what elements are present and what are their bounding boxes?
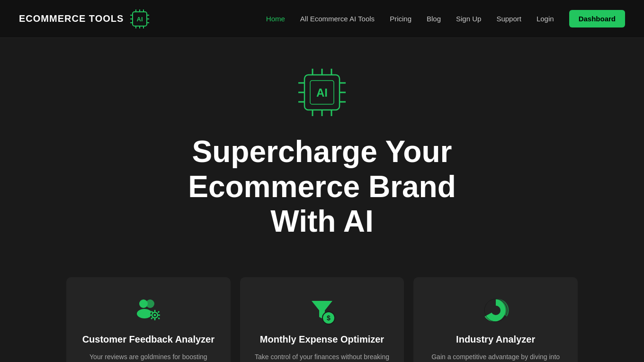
card-expense-optimizer: $ Monthly Expense Optimizer Take control… xyxy=(240,277,404,362)
logo-text: ECOMMERCE TOOLS xyxy=(19,13,124,24)
card-icon-pie-chart xyxy=(482,296,510,325)
nav-home-link[interactable]: Home xyxy=(266,15,285,23)
hero-chip-icon: AI xyxy=(296,66,348,118)
ai-chip-logo-icon: AI xyxy=(128,8,151,30)
nav-pricing-link[interactable]: Pricing xyxy=(390,15,411,23)
card-customer-feedback: Customer Feedback Analyzer Your reviews … xyxy=(66,277,231,362)
hero-title: Supercharge Your Ecommerce Brand With AI xyxy=(109,135,535,239)
card-title-3: Industry Analyzer xyxy=(456,334,535,345)
svg-rect-38 xyxy=(158,315,160,316)
nav-links: Home All Ecommerce AI Tools Pricing Blog… xyxy=(266,10,625,27)
card-desc-1: Your reviews are goldmines for boosting … xyxy=(80,352,216,362)
svg-text:AI: AI xyxy=(137,16,143,23)
svg-text:AI: AI xyxy=(316,86,328,99)
svg-text:$: $ xyxy=(327,314,331,322)
hero-ai-icon: AI xyxy=(296,66,348,120)
card-desc-2: Take control of your finances without br… xyxy=(254,352,390,362)
dashboard-button[interactable]: Dashboard xyxy=(569,10,625,27)
nav-all-tools-link[interactable]: All Ecommerce AI Tools xyxy=(300,15,375,23)
card-title-2: Monthly Expense Optimizer xyxy=(260,334,384,345)
svg-point-30 xyxy=(146,299,154,308)
svg-rect-35 xyxy=(154,310,156,312)
svg-point-47 xyxy=(491,306,501,315)
svg-rect-37 xyxy=(150,315,152,316)
nav-blog-link[interactable]: Blog xyxy=(427,15,441,23)
navbar: ECOMMERCE TOOLS AI Home All Eco xyxy=(0,0,644,38)
features-grid: Customer Feedback Analyzer Your reviews … xyxy=(0,258,644,362)
card-industry-analyzer: Industry Analyzer Gain a competitive adv… xyxy=(413,277,578,362)
svg-rect-36 xyxy=(154,318,156,320)
nav-signup-link[interactable]: Sign Up xyxy=(456,15,481,23)
card-desc-3: Gain a competitive advantage by diving i… xyxy=(428,352,564,362)
card-icon-people-gear xyxy=(134,296,162,325)
card-icon-funnel-dollar: $ xyxy=(308,296,336,325)
svg-point-34 xyxy=(154,314,156,317)
nav-logo: ECOMMERCE TOOLS AI xyxy=(19,8,151,30)
hero-section: AI Supercharge Your Ecommerce Brand With… xyxy=(0,38,644,258)
nav-login-link[interactable]: Login xyxy=(537,15,554,23)
svg-point-31 xyxy=(137,309,152,318)
nav-support-link[interactable]: Support xyxy=(496,15,521,23)
card-title-1: Customer Feedback Analyzer xyxy=(82,334,215,345)
